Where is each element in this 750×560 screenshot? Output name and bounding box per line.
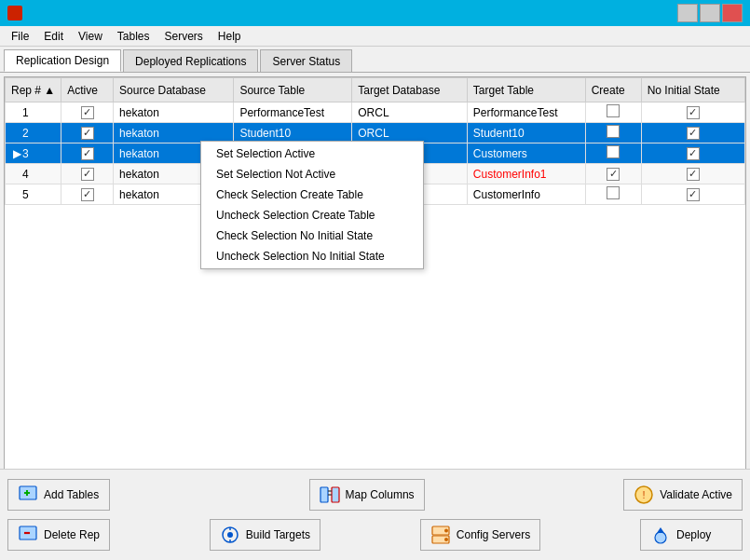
target-table-cell: CustomerInfo: [467, 184, 585, 205]
col-target-db: Target Database: [352, 78, 468, 102]
target-table-cell: PerformanceTest: [467, 102, 585, 123]
tabs: Replication Design Deployed Replications…: [4, 49, 354, 72]
col-no-initial-state: No Initial State: [641, 78, 744, 102]
col-source-db: Source Database: [114, 78, 234, 102]
svg-text:!: !: [643, 489, 646, 500]
context-menu-item[interactable]: Set Selection Active: [201, 143, 423, 164]
tab-bar: Replication Design Deployed Replications…: [0, 47, 750, 73]
svg-rect-3: [320, 487, 328, 502]
no-initial-state-cell[interactable]: [641, 123, 744, 143]
create-cell[interactable]: [585, 123, 641, 143]
deploy-label: Deploy: [676, 528, 711, 541]
window-controls: [677, 4, 743, 22]
config-servers-icon: [430, 525, 451, 545]
app-icon: [7, 6, 22, 20]
col-active: Active: [61, 78, 114, 102]
menu-view[interactable]: View: [71, 28, 110, 45]
create-cell[interactable]: [585, 184, 641, 205]
config-servers-button[interactable]: Config Servers: [420, 519, 540, 551]
config-servers-label: Config Servers: [457, 528, 530, 541]
active-cell[interactable]: [61, 143, 114, 164]
add-tables-icon: [18, 485, 38, 505]
source-table-cell: PerformanceTest: [234, 102, 352, 123]
delete-rep-icon: [18, 525, 38, 545]
no-initial-state-cell[interactable]: [641, 143, 744, 164]
delete-rep-button[interactable]: Delete Rep: [7, 519, 110, 551]
no-initial-state-cell[interactable]: [641, 164, 744, 184]
active-cell[interactable]: [61, 102, 114, 123]
menu-help[interactable]: Help: [211, 28, 249, 45]
no-initial-state-cell[interactable]: [641, 184, 744, 205]
controller-label: [739, 68, 746, 72]
table-area: Rep # ▲ Active Source Database Source Ta…: [5, 77, 745, 477]
validate-active-icon: !: [634, 485, 654, 505]
validate-active-label: Validate Active: [660, 488, 732, 501]
tab-replication-design[interactable]: Replication Design: [4, 49, 121, 72]
target-table-cell: Customers: [467, 143, 585, 164]
menu-tables[interactable]: Tables: [110, 28, 157, 45]
bottom-toolbar: Add Tables Map Columns ! Validate Active…: [0, 469, 750, 560]
active-cell[interactable]: [61, 184, 114, 205]
minimize-button[interactable]: [677, 4, 698, 22]
build-targets-button[interactable]: Build Targets: [210, 519, 320, 551]
maximize-button[interactable]: [700, 4, 720, 22]
svg-point-19: [655, 532, 666, 543]
source-db-cell: hekaton: [114, 102, 234, 123]
rep-num-cell: 1: [6, 102, 61, 123]
context-menu-item[interactable]: Check Selection No Initial State: [201, 225, 423, 246]
build-targets-icon: [220, 525, 240, 545]
deploy-button[interactable]: Deploy: [640, 519, 743, 551]
no-initial-state-cell[interactable]: [641, 102, 744, 123]
tab-deployed-replications[interactable]: Deployed Replications: [123, 49, 258, 72]
menu-bar: File Edit View Tables Servers Help: [0, 26, 750, 47]
col-rep-num[interactable]: Rep # ▲: [6, 78, 61, 102]
svg-rect-4: [332, 487, 339, 502]
menu-edit[interactable]: Edit: [36, 28, 71, 45]
svg-marker-20: [657, 527, 664, 533]
active-cell[interactable]: [61, 123, 114, 143]
toolbar-row-2: Delete Rep Build Targets Config Servers …: [7, 519, 743, 551]
context-menu-item[interactable]: Check Selection Create Table: [201, 184, 423, 205]
main-content: Rep # ▲ Active Source Database Source Ta…: [4, 76, 746, 477]
col-source-table: Source Table: [234, 78, 352, 102]
map-columns-label: Map Columns: [346, 488, 415, 501]
create-cell[interactable]: [585, 143, 641, 164]
svg-point-12: [227, 532, 233, 538]
rep-num-cell: 5: [6, 184, 61, 205]
delete-rep-label: Delete Rep: [44, 528, 100, 541]
menu-servers[interactable]: Servers: [157, 28, 211, 45]
title-bar: [0, 0, 750, 26]
col-target-table: Target Table: [467, 78, 585, 102]
context-menu-item[interactable]: Uncheck Selection No Initial State: [201, 246, 423, 266]
deploy-icon: [650, 525, 671, 545]
add-tables-button[interactable]: Add Tables: [7, 479, 110, 511]
context-menu-item[interactable]: Uncheck Selection Create Table: [201, 205, 423, 225]
tab-server-status[interactable]: Server Status: [260, 49, 352, 72]
target-db-cell: ORCL: [352, 102, 468, 123]
map-columns-icon: [320, 485, 340, 505]
context-menu-item[interactable]: Set Selection Not Active: [201, 164, 423, 184]
map-columns-button[interactable]: Map Columns: [309, 479, 425, 511]
svg-point-18: [444, 538, 448, 541]
target-table-cell: CustomerInfo1: [467, 164, 585, 184]
rep-num-cell: 2: [6, 123, 61, 143]
build-targets-label: Build Targets: [246, 528, 310, 541]
menu-file[interactable]: File: [4, 28, 36, 45]
target-table-cell: Student10: [467, 123, 585, 143]
create-cell[interactable]: [585, 102, 641, 123]
table-row[interactable]: 1hekatonPerformanceTestORCLPerformanceTe…: [6, 102, 745, 123]
validate-active-button[interactable]: ! Validate Active: [623, 479, 743, 511]
col-create: Create: [585, 78, 641, 102]
add-tables-label: Add Tables: [44, 488, 99, 501]
close-button[interactable]: [722, 4, 743, 22]
svg-point-17: [444, 528, 448, 532]
active-cell[interactable]: [61, 164, 114, 184]
context-menu: Set Selection ActiveSet Selection Not Ac…: [200, 141, 424, 269]
create-cell[interactable]: [585, 164, 641, 184]
rep-num-cell: ▶3: [6, 143, 61, 164]
toolbar-row-1: Add Tables Map Columns ! Validate Active: [7, 479, 743, 511]
rep-num-cell: 4: [6, 164, 61, 184]
